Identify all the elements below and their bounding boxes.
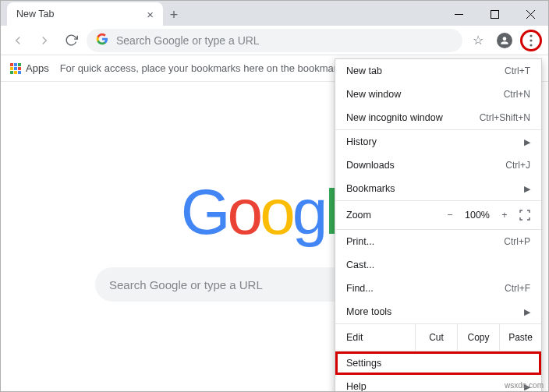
menu-cut[interactable]: Cut (415, 324, 457, 351)
close-tab-icon[interactable]: × (143, 8, 157, 21)
omnibox[interactable]: Search Google or type a URL (87, 29, 462, 52)
menu-edit-row: Edit Cut Copy Paste (335, 324, 541, 351)
window-controls (441, 2, 548, 26)
apps-label: Apps (26, 62, 49, 74)
menu-incognito[interactable]: New incognito windowCtrl+Shift+N (335, 106, 541, 129)
close-window-button[interactable] (512, 2, 548, 26)
fullscreen-icon[interactable] (519, 210, 530, 221)
reload-button[interactable] (60, 30, 82, 51)
google-icon (96, 33, 108, 48)
svg-point-6 (530, 44, 532, 46)
menu-paste[interactable]: Paste (499, 324, 541, 351)
submenu-arrow-icon: ▶ (524, 307, 530, 317)
zoom-in-button[interactable]: + (498, 210, 512, 221)
titlebar: New Tab × + (1, 1, 548, 26)
menu-print[interactable]: Print...Ctrl+P (335, 230, 541, 253)
toolbar: Search Google or type a URL ☆ (1, 26, 548, 55)
menu-history[interactable]: History▶ (335, 130, 541, 154)
menu-cast[interactable]: Cast... (335, 253, 541, 277)
watermark: wsxdn.com (505, 381, 544, 390)
menu-button[interactable] (520, 30, 542, 51)
menu-new-tab[interactable]: New tabCtrl+T (335, 59, 541, 83)
submenu-arrow-icon: ▶ (524, 184, 530, 194)
svg-point-4 (530, 34, 532, 37)
profile-button[interactable] (494, 30, 515, 51)
svg-rect-1 (491, 10, 498, 18)
maximize-button[interactable] (476, 2, 512, 26)
menu-find[interactable]: Find...Ctrl+F (335, 277, 541, 300)
browser-tab[interactable]: New Tab × (7, 2, 163, 26)
menu-zoom: Zoom − 100% + (335, 201, 541, 229)
bookmarks-hint: For quick access, place your bookmarks h… (60, 62, 362, 74)
menu-bookmarks[interactable]: Bookmarks▶ (335, 177, 541, 200)
apps-icon (10, 63, 21, 74)
ntp-search-placeholder: Search Google or type a URL (109, 278, 263, 291)
menu-copy[interactable]: Copy (457, 324, 499, 351)
menu-new-window[interactable]: New windowCtrl+N (335, 83, 541, 106)
back-button[interactable] (7, 30, 29, 51)
menu-more-tools[interactable]: More tools▶ (335, 300, 541, 323)
menu-settings[interactable]: Settings (335, 351, 541, 375)
apps-shortcut[interactable]: Apps (10, 62, 49, 74)
bookmark-star-icon[interactable]: ☆ (467, 30, 489, 51)
forward-button[interactable] (34, 30, 55, 51)
svg-point-5 (530, 39, 532, 41)
submenu-arrow-icon: ▶ (524, 137, 530, 147)
chrome-menu: New tabCtrl+T New windowCtrl+N New incog… (335, 58, 542, 392)
omnibox-placeholder: Search Google or type a URL (116, 34, 260, 47)
zoom-out-button[interactable]: − (443, 210, 457, 221)
minimize-button[interactable] (441, 2, 476, 26)
menu-downloads[interactable]: DownloadsCtrl+J (335, 154, 541, 177)
zoom-value: 100% (465, 210, 490, 221)
tab-title: New Tab (16, 9, 54, 19)
new-tab-button[interactable]: + (163, 4, 185, 26)
